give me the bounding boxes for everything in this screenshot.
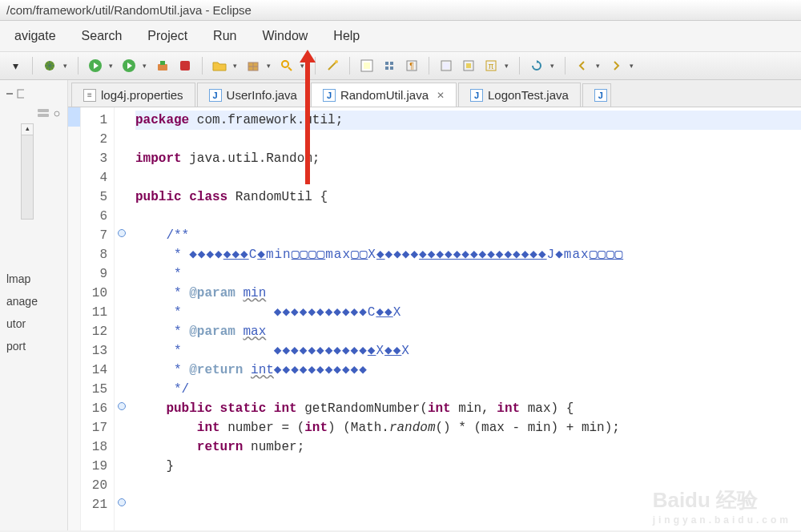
line-numbers: 123456789101112131415161718192021 <box>81 107 115 530</box>
line-number: 9 <box>81 264 107 284</box>
scroll-up-icon[interactable]: ▴ <box>22 124 33 135</box>
menu-run[interactable]: Run <box>202 26 248 46</box>
code-line[interactable]: * ◆◆◆◆◆◆◆C◆min▢▢▢▢max▢▢X◆◆◆◆◆◆◆◆◆◆◆◆◆◆◆◆… <box>135 245 801 264</box>
code-line[interactable]: * ◆◆◆◆◆◆◆◆◆◆◆◆X◆◆X <box>135 341 801 361</box>
dropdown-icon[interactable]: ▾ <box>596 62 602 70</box>
code-line[interactable]: * @return int◆◆◆◆◆◆◆◆◆◆◆ <box>135 361 801 380</box>
editor-tab[interactable]: J <box>582 83 611 107</box>
dropdown-icon[interactable]: ▾ <box>143 62 149 70</box>
menu-bar: avigateSearchProjectRunWindowHelp <box>0 21 801 52</box>
run-last-icon[interactable] <box>120 57 138 75</box>
dropdown-icon[interactable]: ▾ <box>63 62 70 70</box>
editor-tab[interactable]: JUserInfo.java <box>197 83 309 107</box>
svg-rect-22 <box>6 93 13 95</box>
separator <box>315 57 316 75</box>
tab-label: LogonTest.java <box>488 88 569 102</box>
toggle-block-icon[interactable] <box>380 57 398 75</box>
link-icon[interactable] <box>51 107 62 119</box>
line-number: 2 <box>81 130 107 149</box>
java-file-icon: J <box>323 89 336 102</box>
server-icon[interactable] <box>37 107 50 119</box>
gutter-marker <box>68 453 80 473</box>
back-icon[interactable] <box>574 57 591 75</box>
fold-toggle[interactable] <box>115 495 129 514</box>
dropdown-icon[interactable]: ▾ <box>267 62 273 70</box>
gutter-marker <box>68 338 80 357</box>
menu-help[interactable]: Help <box>322 26 371 46</box>
svg-rect-11 <box>385 62 388 65</box>
outline-item[interactable]: utor <box>0 312 67 335</box>
fold-toggle <box>115 168 129 187</box>
code-line[interactable]: */ <box>135 380 801 399</box>
line-number: 10 <box>81 284 107 303</box>
code-line[interactable]: * ◆◆◆◆◆◆◆◆◆◆◆C◆◆X <box>135 303 801 322</box>
annotations-icon[interactable]: π <box>482 57 500 75</box>
menu-search[interactable]: Search <box>70 26 134 46</box>
new-package-icon[interactable] <box>244 57 262 75</box>
dropdown-icon[interactable]: ▾ <box>550 62 557 70</box>
nav-icon[interactable] <box>437 57 455 75</box>
fold-toggle[interactable] <box>115 399 129 418</box>
code-line[interactable]: return number; <box>135 437 801 457</box>
outline-item[interactable]: anage <box>0 290 67 312</box>
line-number: 20 <box>81 476 107 495</box>
editor-tab[interactable]: ≡log4j.properties <box>71 83 195 107</box>
wand-icon[interactable] <box>324 57 341 75</box>
code-line[interactable]: package com.framework.util; <box>135 111 801 130</box>
code-line[interactable]: import java.util.Random; <box>135 149 801 168</box>
menu-project[interactable]: Project <box>136 26 199 46</box>
refresh-icon[interactable] <box>528 57 545 75</box>
menu-avigate[interactable]: avigate <box>3 26 67 46</box>
line-number: 6 <box>81 207 107 226</box>
dropdown-icon[interactable]: ▾ <box>630 62 636 70</box>
outline-item[interactable]: lmap <box>0 268 67 290</box>
debug-icon[interactable] <box>41 57 58 75</box>
editor-tab[interactable]: JLogonTest.java <box>458 83 581 107</box>
line-number: 8 <box>81 245 107 264</box>
minimize-icon[interactable] <box>5 88 13 99</box>
code-line[interactable]: * @param min <box>135 284 801 303</box>
code-content[interactable]: package com.framework.util; import java.… <box>129 107 801 530</box>
code-line[interactable] <box>135 207 801 226</box>
toggle-mark-icon[interactable] <box>358 57 376 75</box>
code-line[interactable]: * @param max <box>135 322 801 341</box>
line-number: 13 <box>81 341 107 361</box>
dropdown-icon[interactable]: ▾ <box>6 57 24 75</box>
separator <box>78 57 78 75</box>
code-line[interactable]: /** <box>135 226 801 245</box>
dropdown-icon[interactable]: ▾ <box>300 62 307 70</box>
show-whitespace-icon[interactable]: ¶ <box>403 57 421 75</box>
coverage-icon[interactable] <box>154 57 171 75</box>
code-line[interactable]: } <box>135 457 801 476</box>
restore-icon[interactable] <box>16 88 24 99</box>
fold-toggle <box>115 418 129 437</box>
gutter-marker <box>68 377 80 396</box>
code-line[interactable]: int number = (int) (Math.random() * (max… <box>135 418 801 437</box>
close-icon[interactable]: ✕ <box>437 90 445 101</box>
outline-item[interactable]: port <box>0 335 67 357</box>
code-line[interactable]: public static int getRandomNumber(int mi… <box>135 399 801 418</box>
run-icon[interactable] <box>87 57 104 75</box>
dropdown-icon[interactable]: ▾ <box>505 62 511 70</box>
code-line[interactable]: public class RandomUtil { <box>135 187 801 207</box>
dropdown-icon[interactable]: ▾ <box>109 62 115 70</box>
fold-toggle[interactable] <box>115 226 129 245</box>
main-area: ▴ lmapanageutorport ≡log4j.propertiesJUs… <box>0 80 801 530</box>
forward-icon[interactable] <box>607 57 625 75</box>
code-line[interactable] <box>135 168 801 187</box>
dropdown-icon[interactable]: ▾ <box>233 62 239 70</box>
gutter-marker <box>68 184 80 204</box>
code-line[interactable] <box>135 130 801 149</box>
open-type-icon[interactable] <box>211 57 228 75</box>
stop-icon[interactable] <box>176 57 194 75</box>
pin-icon[interactable] <box>460 57 477 75</box>
code-view: 123456789101112131415161718192021 packag… <box>68 107 801 530</box>
search-icon[interactable] <box>278 57 296 75</box>
gutter-marker <box>68 300 80 319</box>
scrollbar[interactable]: ▴ <box>21 123 34 220</box>
separator <box>429 57 429 75</box>
java-file-icon: J <box>594 89 607 102</box>
editor-tab[interactable]: JRandomUtil.java✕ <box>311 83 457 107</box>
menu-window[interactable]: Window <box>251 26 319 46</box>
code-line[interactable]: * <box>135 264 801 284</box>
